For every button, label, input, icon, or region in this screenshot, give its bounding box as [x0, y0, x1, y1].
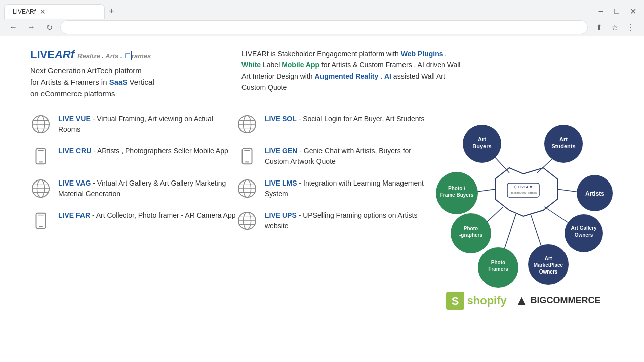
shopify-logo: S shopify	[446, 292, 507, 310]
desc-ai: AI	[384, 72, 391, 80]
cru-desc: - ARtists , Photographers Seller Mobile …	[91, 147, 228, 155]
far-icon	[30, 210, 51, 231]
svg-text:Owners: Owners	[575, 232, 593, 238]
tagline-line2: for Artists & Framers in	[30, 78, 109, 86]
vag-text: LIVE VAG - Virtual Art Gallery & Art Gal…	[58, 178, 236, 199]
cru-name: LIVE CRU	[58, 147, 91, 155]
desc-prefix: LIVEARf is Stakeholder Engagement platfo…	[242, 50, 401, 58]
description-section: LIVEARf is Stakeholder Engagement platfo…	[242, 48, 614, 94]
logo-live: LIVE	[30, 48, 55, 61]
bigcommerce-logo: ▲ BIGCOMMERCE	[515, 293, 601, 309]
desc-dot-ai: .	[378, 72, 384, 80]
logo: LIVEARf Realize . Arts . □rames	[30, 48, 221, 61]
back-button[interactable]: ←	[6, 20, 20, 34]
tagline-saas: SaaS	[109, 78, 128, 86]
bigcommerce-icon: ▲	[515, 293, 529, 309]
feature-ups: LIVE UPS - UPSelling Framing options on …	[236, 210, 428, 231]
svg-text:Photo /: Photo /	[448, 186, 465, 191]
nav-bar: ← → ↻ ⬆ ☆ ⋮	[0, 18, 644, 36]
svg-text:-graphers: -graphers	[459, 232, 483, 238]
far-text: LIVE FAR - Art Collector, Photo framer -…	[58, 210, 235, 221]
svg-text:MarketPlace: MarketPlace	[534, 262, 564, 268]
lms-name: LIVE LMS	[265, 179, 297, 187]
far-name: LIVE FAR	[58, 211, 90, 219]
active-tab[interactable]: LIVEARf ✕	[4, 4, 105, 19]
feature-vue: LIVE VUE - Virtual Framing, Art viewing …	[30, 114, 236, 135]
svg-text:S: S	[451, 295, 459, 307]
nav-actions: ⬆ ☆ ⋮	[592, 20, 638, 34]
svg-text:Art: Art	[478, 136, 486, 142]
svg-text:Frame Buyers: Frame Buyers	[440, 192, 474, 198]
minimize-button[interactable]: –	[594, 4, 608, 18]
vue-icon	[30, 114, 51, 135]
address-bar[interactable]	[60, 20, 588, 34]
forward-button[interactable]: →	[24, 20, 38, 34]
cru-text: LIVE CRU - ARtists , Photographers Selle…	[58, 146, 228, 156]
vag-name: LIVE VAG	[58, 179, 91, 187]
logo-arf: ARf	[55, 48, 74, 61]
desc-ar: Augmented Reality	[315, 72, 379, 80]
reload-button[interactable]: ↻	[42, 20, 56, 34]
tagline-line4: on eCommerce platforms	[30, 89, 115, 98]
sol-name: LIVE SOL	[265, 115, 297, 123]
browser-chrome: LIVEARf ✕ + – □ ✕ ← → ↻ ⬆ ☆ ⋮	[0, 0, 644, 36]
maximize-button[interactable]: □	[610, 4, 624, 18]
features-left: LIVE VUE - Virtual Framing, Art viewing …	[30, 114, 236, 325]
ups-icon	[236, 210, 258, 231]
svg-text:⬡ LIVEARf: ⬡ LIVEARf	[514, 185, 533, 189]
svg-text:Framers: Framers	[488, 266, 508, 272]
desc-for-artists: for Artists & Custom Framers . AI driven…	[319, 61, 460, 69]
tagline: Next Generation ArtTech platform for Art…	[30, 65, 221, 100]
gen-name: LIVE GEN	[265, 147, 297, 155]
svg-text:Realize Arts Frames: Realize Arts Frames	[510, 191, 537, 194]
svg-text:Buyers: Buyers	[472, 143, 491, 149]
desc-web-plugins: Web Plugins	[401, 50, 443, 58]
diagram-container: ⬡ LIVEARf Realize Arts Frames	[428, 114, 619, 325]
feature-far: LIVE FAR - Art Collector, Photo framer -…	[30, 210, 236, 231]
tagline-line3: Vertical	[127, 78, 154, 86]
svg-text:Photo: Photo	[464, 226, 478, 231]
desc-label: Label	[261, 61, 282, 69]
tagline-line1: Next Generation ArtTech platform	[30, 66, 142, 75]
close-window-button[interactable]: ✕	[626, 4, 640, 18]
shopify-text: shopify	[467, 294, 507, 307]
svg-text:Students: Students	[551, 143, 575, 149]
ups-text: LIVE UPS - UPSelling Framing options on …	[265, 210, 428, 231]
far-desc: - Art Collector, Photo framer - AR Camer…	[90, 211, 235, 219]
page-content: LIVEARf Realize . Arts . □rames Next Gen…	[0, 36, 644, 362]
sol-desc: - Social Login for Art Buyer, Art Studen…	[297, 115, 425, 123]
desc-art-interior: Art Interior Design with	[242, 72, 315, 80]
feature-lms: LIVE LMS - Integration with Learning Man…	[236, 178, 428, 199]
menu-button[interactable]: ⋮	[624, 20, 638, 34]
new-tab-button[interactable]: +	[105, 4, 118, 19]
sol-icon	[236, 114, 258, 135]
gen-text: LIVE GEN - Genie Chat with Artists, Buye…	[265, 146, 428, 167]
tab-bar: LIVEARf ✕ + – □ ✕	[0, 0, 644, 18]
desc-white: White	[242, 61, 261, 69]
feature-sol: LIVE SOL - Social Login for Art Buyer, A…	[236, 114, 428, 135]
tab-label: LIVEARf	[13, 8, 36, 15]
feature-cru: LIVE CRU - ARtists , Photographers Selle…	[30, 146, 236, 167]
desc-comma: ,	[443, 50, 447, 58]
tab-close-button[interactable]: ✕	[40, 8, 46, 16]
bigcommerce-text: BIGCOMMERCE	[530, 295, 600, 306]
bookmark-button[interactable]: ☆	[608, 20, 622, 34]
svg-text:Owners: Owners	[539, 269, 558, 275]
feature-gen: LIVE GEN - Genie Chat with Artists, Buye…	[236, 146, 428, 167]
logo-sub: Realize . Arts . □rames	[77, 52, 151, 60]
gen-icon	[236, 146, 258, 167]
share-button[interactable]: ⬆	[592, 20, 606, 34]
header-section: LIVEARf Realize . Arts . □rames Next Gen…	[30, 48, 614, 100]
vue-text: LIVE VUE - Virtual Framing, Art viewing …	[58, 114, 236, 135]
cru-icon	[30, 146, 51, 167]
feature-vag: LIVE VAG - Virtual Art Gallery & Art Gal…	[30, 178, 236, 199]
features-diagram: ⬡ LIVEARf Realize Arts Frames	[428, 114, 619, 325]
desc-custom-quote: Custom Quote	[242, 83, 287, 92]
lms-icon	[236, 178, 258, 199]
desc-mobile-app: Mobile App	[282, 61, 319, 69]
features-right: LIVE SOL - Social Login for Art Buyer, A…	[236, 114, 428, 325]
svg-text:Art: Art	[545, 256, 552, 261]
ups-name: LIVE UPS	[265, 211, 297, 219]
svg-text:Photo: Photo	[491, 260, 505, 265]
features-section: LIVE VUE - Virtual Framing, Art viewing …	[30, 114, 614, 325]
